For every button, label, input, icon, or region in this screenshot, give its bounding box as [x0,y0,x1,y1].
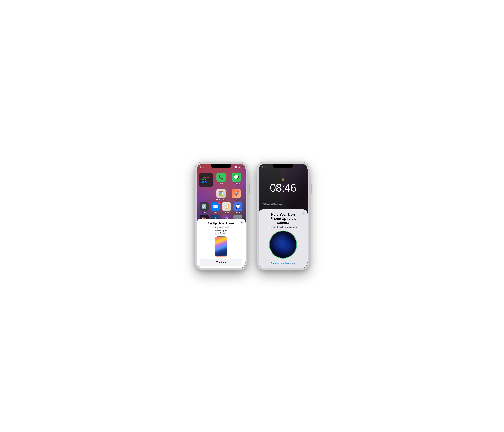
volume-up-button[interactable] [193,180,193,187]
volume-down-button[interactable] [193,189,193,195]
safari-label: Safari [225,212,229,213]
phone2-screen: 9:41 ● ▮ 🔒 08:46 Other iPhone Put your o… [259,164,307,268]
signal-icon: ▐▐▐ [234,166,238,168]
signal-app[interactable]: 💬 Signal [233,202,243,213]
camera-indicator: ● [302,166,303,168]
apps-row-3: ☑️ Things ✉️ 1 Mail [199,202,243,213]
things-app[interactable]: ☑️ Things [199,202,209,213]
lock-time-display: 08:46 [259,181,307,194]
mail-app[interactable]: ✉️ 1 Mail [210,202,220,213]
camera-card: ✕ Hold Your NewiPhone Up to theCamera Po… [259,209,307,268]
setup-card: ✕ Set Up New iPhone Use your Apple IDto … [197,219,246,268]
silent-button[interactable] [193,175,193,179]
apple-frames-app[interactable]: 🖼️ Apple Frames [214,189,228,200]
messages-app[interactable]: 💬 Messages [229,173,243,187]
status-bar: 9:41 ▐▐▐ ▲ ▮ [197,164,246,170]
phone-app[interactable]: 📞 Phone [214,173,228,187]
fitness-cal: 36/300CAL [201,177,211,178]
widget-row: 36/300CAL 1/30MIN 2/10HRS 📞 Phone [199,173,243,187]
apollo-label: Apollo [234,199,238,200]
apple-frames-label: Apple Frames [216,199,226,200]
battery-icon-lock: ▮ [304,166,305,168]
phone-label: Phone [219,182,223,184]
fitness-min: 1/30MIN [201,179,211,181]
setup-iphone-illustration [215,236,227,257]
fitness-widget[interactable]: 36/300CAL 1/30MIN 2/10HRS [199,173,213,187]
phone2-lockscreen: 9:41 ● ▮ 🔒 08:46 Other iPhone Put your o… [259,164,307,268]
things-icon: ☑️ [202,204,207,209]
setup-card-description: Use your Apple IDto set up yournew iPhon… [200,226,243,235]
phone1-screen: 9:41 ▐▐▐ ▲ ▮ 36/300CAL 1/30MIN 2/10H [197,164,246,268]
setup-card-title: Set Up New iPhone [200,222,243,225]
silent-button-right[interactable] [255,175,255,179]
signal-app-icon: 💬 [235,204,241,209]
mail-label: Mail [214,212,217,213]
continue-button[interactable]: Continue [200,259,243,266]
iphone-right: 9:41 ● ▮ 🔒 08:46 Other iPhone Put your o… [257,162,309,270]
scene: 9:41 ▐▐▐ ▲ ▮ 36/300CAL 1/30MIN 2/10H [195,162,309,270]
sleep-wake-button[interactable] [249,183,250,194]
lockscreen-status-time: 9:41 [262,166,266,168]
authenticate-manually-button[interactable]: Authenticate Manually [261,261,305,265]
signal-label: Signal [236,212,240,213]
lock-icon: 🔒 [281,178,285,182]
camera-circle-container [261,231,305,259]
status-icons: ▐▐▐ ▲ ▮ [234,166,242,168]
setup-card-close-button[interactable]: ✕ [240,220,243,224]
camera-texture-overlay [270,231,297,258]
status-time: 9:41 [200,166,204,168]
mail-icon: ✉️ [213,204,218,209]
lockscreen-status-icons: ● ▮ [302,166,305,168]
phone-icon: 📞 [219,175,224,180]
safari-app[interactable]: 🧭 Safari [222,202,232,213]
apollo-app[interactable]: 🚀 Apollo [229,189,243,200]
camera-circle [269,231,297,259]
messages-label: Messages [233,182,240,184]
sleep-wake-button-right[interactable] [311,183,312,194]
mail-badge: 1 [218,201,220,204]
volume-up-button-right[interactable] [255,180,255,187]
camera-circle-inner [270,231,297,258]
volume-down-button-right[interactable] [255,189,255,195]
camera-card-subtitle: Position the pattern in the circle [261,226,305,228]
setup-iphone-dock [217,255,225,255]
safari-icon: 🧭 [224,204,229,209]
camera-card-close-button[interactable]: ✕ [302,211,306,215]
apollo-icon: 🚀 [234,191,239,196]
messages-icon: 💬 [234,175,239,180]
phone1-homescreen: 9:41 ▐▐▐ ▲ ▮ 36/300CAL 1/30MIN 2/10H [197,164,246,268]
camera-card-title: Hold Your NewiPhone Up to theCamera [261,213,305,225]
fitness-hrs: 2/10HRS [201,181,211,183]
apple-frames-icon: 🖼️ [219,191,224,196]
battery-icon: ▮ [242,166,243,168]
things-label: Things [202,212,206,213]
lockscreen-overlay-text-1: Other iPhone [262,202,282,206]
iphone-left: 9:41 ▐▐▐ ▲ ▮ 36/300CAL 1/30MIN 2/10H [195,162,247,270]
lockscreen-status-bar: 9:41 ● ▮ [259,164,307,170]
wifi-icon: ▲ [239,166,241,168]
apps-row-2: 🖼️ Apple Frames 🚀 Apollo [199,189,243,200]
